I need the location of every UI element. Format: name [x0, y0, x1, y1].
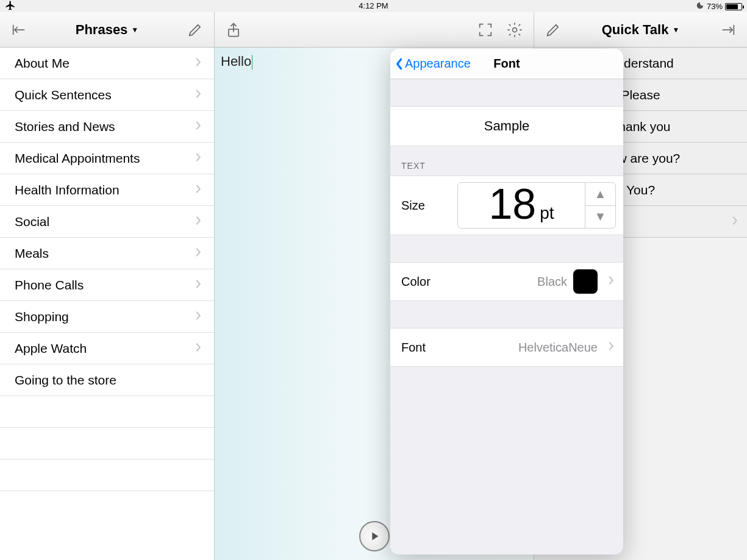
center-toolbar [215, 12, 534, 48]
airplane-mode-icon [5, 0, 16, 13]
chevron-right-icon [195, 183, 202, 197]
size-label: Size [401, 199, 425, 213]
list-item-label: Apple Watch [15, 341, 87, 356]
list-item-label: Medical Appointments [15, 151, 140, 166]
font-value: HelveticaNeue [518, 341, 598, 355]
right-title-dropdown[interactable]: Quick Talk ▼ [563, 22, 718, 38]
list-item-label: About Me [15, 56, 70, 71]
status-time: 4:12 PM [359, 1, 388, 10]
font-label: Font [401, 341, 426, 355]
sample-cell: Sample [390, 106, 623, 146]
chevron-right-icon [195, 119, 202, 134]
chevron-right-icon [195, 341, 202, 356]
chevron-right-icon [731, 214, 738, 229]
text-content: Hello [221, 54, 251, 69]
status-right: 73% [696, 1, 742, 12]
size-stepper: 18 pt ▲ ▼ [457, 182, 616, 229]
chevron-right-icon [607, 341, 615, 355]
phrases-item[interactable]: Stories and News [0, 111, 214, 143]
battery-icon [725, 3, 742, 10]
edit-left-button[interactable] [185, 19, 206, 40]
empty-row: . [0, 459, 214, 491]
empty-row: . [0, 428, 214, 459]
battery-percent: 73% [707, 2, 723, 11]
phrases-item[interactable]: Phone Calls [0, 269, 214, 301]
sample-text: Sample [484, 118, 530, 134]
size-decrease-button[interactable]: ▼ [585, 206, 615, 229]
list-item-label: Going to the store [15, 373, 116, 388]
color-value: Black [537, 275, 567, 289]
phrases-item[interactable]: Quick Sentences [0, 79, 214, 111]
collapse-right-button[interactable] [718, 19, 738, 40]
edit-right-button[interactable] [543, 19, 563, 40]
status-bar: 4:12 PM 73% [0, 0, 747, 12]
fullscreen-button[interactable] [475, 19, 496, 40]
caret-down-icon: ▼ [672, 26, 679, 34]
text-section-header: TEXT [390, 146, 623, 175]
color-swatch [573, 269, 598, 294]
empty-row: . [0, 396, 214, 428]
caret-down-icon: ▼ [131, 26, 138, 34]
do-not-disturb-icon [696, 1, 704, 12]
list-item-label: You? [626, 183, 655, 197]
list-item-label: Stories and News [15, 119, 115, 134]
chevron-right-icon [195, 246, 202, 261]
settings-button[interactable] [504, 19, 525, 40]
phrases-item[interactable]: Social [0, 206, 214, 238]
right-toolbar: Quick Talk ▼ [534, 12, 747, 48]
size-cell: Size 18 pt ▲ ▼ [390, 175, 623, 235]
play-button[interactable] [359, 521, 390, 551]
phrases-item[interactable]: Meals [0, 238, 214, 269]
back-label: Appearance [405, 57, 471, 71]
phrases-item[interactable]: Shopping [0, 301, 214, 333]
chevron-right-icon [195, 278, 202, 292]
left-toolbar: Phrases ▼ [0, 12, 214, 48]
phrases-item[interactable]: Apple Watch [0, 333, 214, 364]
list-item-label: Health Information [15, 183, 120, 197]
left-title-label: Phrases [76, 22, 128, 38]
left-panel: Phrases ▼ About MeQuick SentencesStories… [0, 12, 215, 560]
chevron-right-icon [607, 275, 615, 289]
list-item-label: Meals [15, 246, 49, 261]
chevron-right-icon [195, 151, 202, 166]
text-cursor [252, 55, 252, 69]
phrases-item[interactable]: Going to the store [0, 364, 214, 396]
phrases-item[interactable]: About Me [0, 48, 214, 79]
list-item-label: Please [621, 88, 660, 102]
popover-title: Font [493, 57, 520, 71]
phrases-item[interactable]: Health Information [0, 174, 214, 206]
popover-nav: Appearance Font [390, 49, 623, 79]
left-title-dropdown[interactable]: Phrases ▼ [29, 22, 185, 38]
svg-point-1 [513, 27, 517, 32]
chevron-right-icon [195, 310, 202, 324]
list-item-label: Social [15, 214, 49, 229]
share-button[interactable] [223, 19, 244, 40]
list-item-label: Phone Calls [15, 278, 84, 292]
list-item-label: Quick Sentences [15, 88, 112, 102]
phrases-item[interactable]: Medical Appointments [0, 143, 214, 174]
back-button[interactable]: Appearance [390, 57, 471, 71]
color-cell[interactable]: Color Black [390, 262, 623, 301]
chevron-right-icon [195, 88, 202, 102]
collapse-left-button[interactable] [9, 19, 29, 40]
phrases-list: About MeQuick SentencesStories and NewsM… [0, 48, 214, 491]
size-increase-button[interactable]: ▲ [585, 183, 615, 206]
list-item-label: Shopping [15, 310, 69, 324]
size-unit: pt [540, 204, 554, 223]
font-cell[interactable]: Font HelveticaNeue [390, 328, 623, 367]
chevron-right-icon [195, 214, 202, 229]
size-value-display: 18 pt [458, 183, 585, 228]
color-label: Color [401, 275, 431, 289]
size-number: 18 [488, 183, 536, 225]
right-title-label: Quick Talk [602, 22, 669, 38]
chevron-right-icon [195, 56, 202, 71]
font-popover: Appearance Font Sample TEXT Size 18 pt ▲… [390, 49, 623, 555]
